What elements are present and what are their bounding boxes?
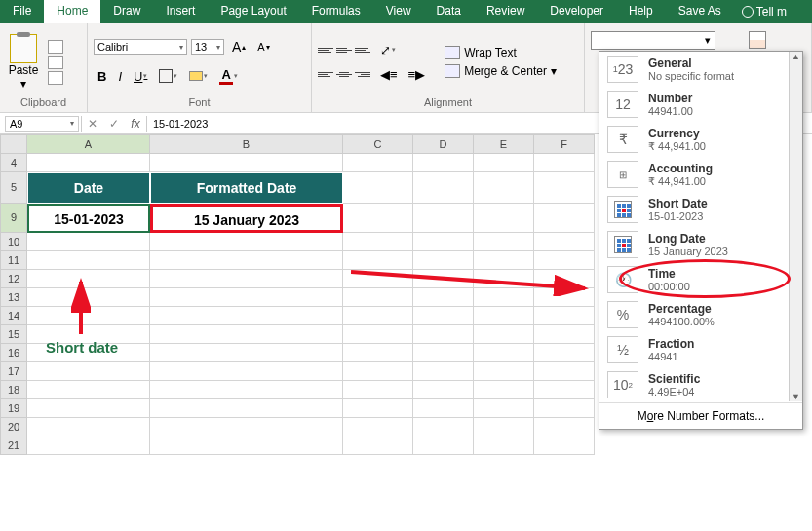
format-painter-button[interactable]	[48, 71, 63, 85]
cell-F16[interactable]	[534, 344, 595, 362]
decrease-indent-button[interactable]: ◀≡	[376, 65, 402, 84]
cell-C5[interactable]	[343, 172, 413, 204]
align-right-button[interactable]	[355, 67, 370, 81]
cell-E9[interactable]	[474, 204, 534, 233]
number-format-fraction[interactable]: ½Fraction44941	[599, 332, 802, 367]
tab-view[interactable]: View	[373, 0, 424, 23]
row-header-4[interactable]: 4	[0, 154, 27, 172]
cell-D18[interactable]	[413, 381, 474, 399]
cell-C10[interactable]	[343, 233, 413, 251]
cell-C4[interactable]	[343, 154, 413, 172]
cell-B15[interactable]	[150, 325, 343, 344]
cell-A5[interactable]: Date	[27, 172, 150, 204]
row-header-20[interactable]: 20	[0, 418, 27, 436]
cell-E16[interactable]	[474, 344, 534, 362]
cancel-formula-button[interactable]: ✕	[82, 117, 103, 131]
number-format-general[interactable]: 123GeneralNo specific format	[599, 52, 802, 87]
column-header-B[interactable]: B	[150, 134, 343, 154]
cell-B19[interactable]	[150, 399, 343, 418]
row-header-15[interactable]: 15	[0, 325, 27, 344]
cell-B9[interactable]: 15 January 2023	[150, 204, 343, 233]
row-header-11[interactable]: 11	[0, 251, 27, 270]
cell-B18[interactable]	[150, 381, 343, 399]
row-header-5[interactable]: 5	[0, 172, 27, 204]
cell-B4[interactable]	[150, 154, 343, 172]
tab-file[interactable]: File	[0, 0, 44, 23]
tell-me-search[interactable]: Tell m	[742, 0, 787, 23]
tab-save-as[interactable]: Save As	[666, 0, 734, 23]
cell-C17[interactable]	[343, 362, 413, 381]
number-format-currency[interactable]: ₹Currency₹ 44,941.00	[599, 122, 802, 157]
cell-F9[interactable]	[534, 204, 595, 233]
copy-button[interactable]	[48, 56, 63, 69]
cell-A11[interactable]	[27, 251, 150, 270]
cell-A4[interactable]	[27, 154, 150, 172]
row-header-9[interactable]: 9	[0, 204, 27, 233]
merge-center-button[interactable]: Merge & Center▾	[441, 63, 561, 79]
cell-B21[interactable]	[150, 436, 343, 455]
align-middle-button[interactable]	[336, 43, 352, 57]
cell-F4[interactable]	[534, 154, 595, 172]
cell-E10[interactable]	[474, 233, 534, 251]
cell-F20[interactable]	[534, 418, 595, 436]
cell-A18[interactable]	[27, 381, 150, 399]
cell-E5[interactable]	[474, 172, 534, 204]
cell-E17[interactable]	[474, 362, 534, 381]
cell-D4[interactable]	[413, 154, 474, 172]
row-header-13[interactable]: 13	[0, 288, 27, 307]
row-header-17[interactable]: 17	[0, 362, 27, 381]
cell-F18[interactable]	[534, 381, 595, 399]
name-box[interactable]: A9▾	[5, 116, 79, 132]
column-header-F[interactable]: F	[534, 134, 595, 154]
cell-E19[interactable]	[474, 399, 534, 418]
row-header-16[interactable]: 16	[0, 344, 27, 362]
cell-C16[interactable]	[343, 344, 413, 362]
cell-E18[interactable]	[474, 381, 534, 399]
fill-color-button[interactable]: ▾	[185, 69, 212, 83]
tab-review[interactable]: Review	[474, 0, 537, 23]
cell-C21[interactable]	[343, 436, 413, 455]
dropdown-scrollbar[interactable]	[789, 52, 802, 401]
cell-D9[interactable]	[413, 204, 474, 233]
font-name-combo[interactable]: Calibri▾	[94, 39, 187, 55]
paste-button[interactable]: Paste ▾	[6, 34, 41, 91]
cell-A21[interactable]	[27, 436, 150, 455]
row-header-10[interactable]: 10	[0, 233, 27, 251]
tab-page-layout[interactable]: Page Layout	[208, 0, 298, 23]
row-header-21[interactable]: 21	[0, 436, 27, 455]
cell-E21[interactable]	[474, 436, 534, 455]
select-all-corner[interactable]	[0, 134, 27, 154]
grow-font-button[interactable]: A▴	[228, 37, 250, 57]
cell-C15[interactable]	[343, 325, 413, 344]
font-color-button[interactable]: A▾	[215, 65, 241, 87]
number-format-number[interactable]: 12Number44941.00	[599, 87, 802, 122]
cell-A17[interactable]	[27, 362, 150, 381]
cell-C20[interactable]	[343, 418, 413, 436]
tab-data[interactable]: Data	[424, 0, 474, 23]
cell-B10[interactable]	[150, 233, 343, 251]
more-number-formats-button[interactable]: More Number Formats...	[599, 402, 802, 429]
cell-E15[interactable]	[474, 325, 534, 344]
cell-E14[interactable]	[474, 307, 534, 325]
column-header-E[interactable]: E	[474, 134, 534, 154]
cell-D19[interactable]	[413, 399, 474, 418]
cell-D14[interactable]	[413, 307, 474, 325]
cell-B5[interactable]: Formatted Date	[150, 172, 343, 204]
tab-help[interactable]: Help	[616, 0, 666, 23]
align-left-button[interactable]	[318, 67, 333, 81]
cell-B16[interactable]	[150, 344, 343, 362]
number-format-short_date[interactable]: Short Date15-01-2023	[599, 192, 802, 227]
cell-D15[interactable]	[413, 325, 474, 344]
cell-D21[interactable]	[413, 436, 474, 455]
number-format-combo[interactable]: ▾	[591, 31, 715, 50]
font-size-combo[interactable]: 13▾	[191, 39, 224, 55]
row-header-18[interactable]: 18	[0, 381, 27, 399]
increase-indent-button[interactable]: ≡▶	[405, 65, 430, 84]
orientation-button[interactable]: ⤢▾	[376, 41, 400, 59]
column-header-D[interactable]: D	[413, 134, 474, 154]
bold-button[interactable]: B	[94, 67, 110, 86]
cell-B17[interactable]	[150, 362, 343, 381]
cell-D5[interactable]	[413, 172, 474, 204]
cell-B14[interactable]	[150, 307, 343, 325]
cell-A20[interactable]	[27, 418, 150, 436]
